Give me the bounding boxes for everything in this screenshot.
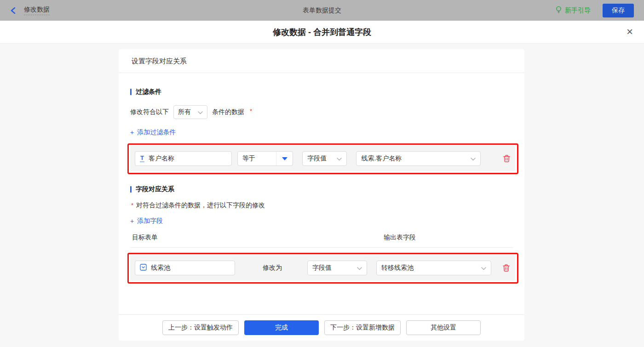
settings-card: 设置字段对应关系 过滤条件 修改符合以下 所有 条件的数据 * + <box>119 49 524 341</box>
filter-field-input[interactable]: T 客户名称 <box>135 151 232 166</box>
filter-section-title: 过滤条件 <box>130 88 513 96</box>
chevron-down-icon <box>337 155 342 162</box>
back-chevron-icon[interactable] <box>10 7 17 14</box>
condition-prefix-text: 修改符合以下 <box>130 108 169 116</box>
section-accent-bar <box>130 89 132 95</box>
field-mapping-row: 线索池 修改为 字段值 转移线索池 <box>130 255 515 281</box>
topbar-back-label[interactable]: 修改数据 <box>24 6 50 15</box>
compare-value-select[interactable]: 线索.客户名称 <box>356 151 481 166</box>
condition-suffix-text: 条件的数据 <box>212 108 244 116</box>
chevron-down-icon <box>198 108 203 116</box>
other-settings-button[interactable]: 其他设置 <box>406 320 481 335</box>
chevron-down-icon <box>471 155 476 162</box>
target-field-input[interactable]: 线索池 <box>135 261 235 275</box>
required-asterisk: * <box>131 202 133 209</box>
column-header-output-field: 输出表字段 <box>384 233 416 242</box>
caret-down-icon <box>276 152 293 165</box>
modal-title: 修改数据 - 合并到普通字段 <box>273 27 371 38</box>
operator-select[interactable]: 等于 <box>237 151 293 166</box>
page-body: 设置字段对应关系 过滤条件 修改符合以下 所有 条件的数据 * + <box>0 44 644 347</box>
filter-condition-row: T 客户名称 等于 字段值 线索.客户名称 <box>130 146 515 171</box>
value-type-select[interactable]: 字段值 <box>302 151 347 166</box>
match-mode-select[interactable]: 所有 <box>173 105 207 119</box>
add-filter-condition-link[interactable]: + 添加过滤条件 <box>130 128 176 137</box>
card-footer: 上一步：设置触发动作 完成 下一步：设置新增数据 其他设置 <box>119 314 524 341</box>
topbar: 表单数据提交 修改数据 新手引导 保存 <box>0 0 644 21</box>
modify-to-text: 修改为 <box>263 264 282 272</box>
lightbulb-icon <box>555 6 562 15</box>
beginner-guide-link[interactable]: 新手引导 <box>555 6 591 15</box>
close-icon[interactable]: × <box>627 26 633 37</box>
plus-icon: + <box>130 129 134 136</box>
column-header-target-form: 目标表单 <box>132 233 384 242</box>
next-step-button[interactable]: 下一步：设置新增数据 <box>324 320 401 335</box>
add-field-link[interactable]: + 添加字段 <box>130 217 163 225</box>
mapping-section-title: 字段对应关系 <box>130 185 513 193</box>
card-header-title: 设置字段对应关系 <box>119 49 524 73</box>
save-button[interactable]: 保存 <box>603 4 634 17</box>
delete-condition-trash-icon[interactable] <box>503 154 511 163</box>
mapping-value-type-select[interactable]: 字段值 <box>307 261 367 275</box>
chevron-down-icon <box>481 264 486 272</box>
text-field-icon: T <box>140 155 144 162</box>
page-title: 表单数据提交 <box>0 6 644 15</box>
plus-icon: + <box>130 217 134 225</box>
modal-header: 修改数据 - 合并到普通字段 × <box>0 21 644 44</box>
section-accent-bar <box>130 186 132 193</box>
required-asterisk: * <box>250 108 252 114</box>
mapping-value-select[interactable]: 转移线索池 <box>376 261 491 275</box>
delete-mapping-trash-icon[interactable] <box>502 264 510 272</box>
beginner-guide-label: 新手引导 <box>565 6 591 15</box>
filter-row-wrap: T 客户名称 等于 字段值 线索.客户名称 <box>130 146 515 171</box>
chevron-down-icon <box>357 264 362 272</box>
mapping-description: * 对符合过滤条件的数据，进行以下字段的修改 <box>130 201 513 210</box>
mapping-row-wrap: 线索池 修改为 字段值 转移线索池 <box>130 255 515 281</box>
mapping-column-headers: 目标表单 输出表字段 <box>130 233 513 248</box>
dropdown-field-icon <box>140 264 147 272</box>
filter-condition-line: 修改符合以下 所有 条件的数据 * <box>130 105 513 119</box>
done-button[interactable]: 完成 <box>244 320 319 335</box>
prev-step-button[interactable]: 上一步：设置触发动作 <box>162 320 239 335</box>
